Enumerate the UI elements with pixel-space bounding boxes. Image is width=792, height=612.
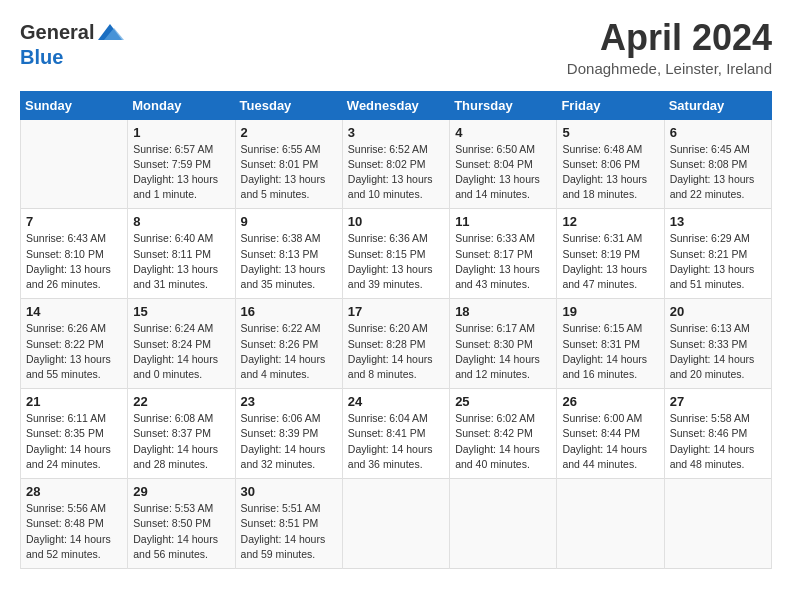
day-info: Sunrise: 6:06 AMSunset: 8:39 PMDaylight:… bbox=[241, 411, 337, 472]
calendar-cell: 10Sunrise: 6:36 AMSunset: 8:15 PMDayligh… bbox=[342, 209, 449, 299]
day-info: Sunrise: 5:53 AMSunset: 8:50 PMDaylight:… bbox=[133, 501, 229, 562]
day-info: Sunrise: 6:17 AMSunset: 8:30 PMDaylight:… bbox=[455, 321, 551, 382]
calendar-cell: 30Sunrise: 5:51 AMSunset: 8:51 PMDayligh… bbox=[235, 479, 342, 569]
calendar-cell: 22Sunrise: 6:08 AMSunset: 8:37 PMDayligh… bbox=[128, 389, 235, 479]
day-info: Sunrise: 6:04 AMSunset: 8:41 PMDaylight:… bbox=[348, 411, 444, 472]
day-info: Sunrise: 6:11 AMSunset: 8:35 PMDaylight:… bbox=[26, 411, 122, 472]
calendar-cell: 4Sunrise: 6:50 AMSunset: 8:04 PMDaylight… bbox=[450, 119, 557, 209]
day-number: 26 bbox=[562, 394, 658, 409]
calendar-cell: 19Sunrise: 6:15 AMSunset: 8:31 PMDayligh… bbox=[557, 299, 664, 389]
calendar-cell: 11Sunrise: 6:33 AMSunset: 8:17 PMDayligh… bbox=[450, 209, 557, 299]
day-info: Sunrise: 5:51 AMSunset: 8:51 PMDaylight:… bbox=[241, 501, 337, 562]
day-number: 4 bbox=[455, 125, 551, 140]
day-info: Sunrise: 6:52 AMSunset: 8:02 PMDaylight:… bbox=[348, 142, 444, 203]
day-number: 22 bbox=[133, 394, 229, 409]
calendar-cell: 9Sunrise: 6:38 AMSunset: 8:13 PMDaylight… bbox=[235, 209, 342, 299]
day-number: 1 bbox=[133, 125, 229, 140]
day-number: 16 bbox=[241, 304, 337, 319]
day-number: 29 bbox=[133, 484, 229, 499]
calendar-cell: 14Sunrise: 6:26 AMSunset: 8:22 PMDayligh… bbox=[21, 299, 128, 389]
calendar-cell: 28Sunrise: 5:56 AMSunset: 8:48 PMDayligh… bbox=[21, 479, 128, 569]
calendar-cell: 29Sunrise: 5:53 AMSunset: 8:50 PMDayligh… bbox=[128, 479, 235, 569]
day-number: 12 bbox=[562, 214, 658, 229]
day-info: Sunrise: 6:20 AMSunset: 8:28 PMDaylight:… bbox=[348, 321, 444, 382]
column-header-saturday: Saturday bbox=[664, 91, 771, 119]
day-info: Sunrise: 6:33 AMSunset: 8:17 PMDaylight:… bbox=[455, 231, 551, 292]
day-info: Sunrise: 6:48 AMSunset: 8:06 PMDaylight:… bbox=[562, 142, 658, 203]
day-number: 28 bbox=[26, 484, 122, 499]
calendar-cell: 20Sunrise: 6:13 AMSunset: 8:33 PMDayligh… bbox=[664, 299, 771, 389]
day-info: Sunrise: 6:00 AMSunset: 8:44 PMDaylight:… bbox=[562, 411, 658, 472]
location: Donaghmede, Leinster, Ireland bbox=[567, 60, 772, 77]
calendar-week-row: 21Sunrise: 6:11 AMSunset: 8:35 PMDayligh… bbox=[21, 389, 772, 479]
day-number: 2 bbox=[241, 125, 337, 140]
day-info: Sunrise: 6:08 AMSunset: 8:37 PMDaylight:… bbox=[133, 411, 229, 472]
logo-blue-text: Blue bbox=[20, 46, 63, 68]
column-header-tuesday: Tuesday bbox=[235, 91, 342, 119]
day-number: 6 bbox=[670, 125, 766, 140]
column-header-sunday: Sunday bbox=[21, 91, 128, 119]
title-block: April 2024 Donaghmede, Leinster, Ireland bbox=[567, 18, 772, 77]
day-number: 5 bbox=[562, 125, 658, 140]
calendar-week-row: 1Sunrise: 6:57 AMSunset: 7:59 PMDaylight… bbox=[21, 119, 772, 209]
day-info: Sunrise: 6:02 AMSunset: 8:42 PMDaylight:… bbox=[455, 411, 551, 472]
day-info: Sunrise: 6:55 AMSunset: 8:01 PMDaylight:… bbox=[241, 142, 337, 203]
calendar-cell: 27Sunrise: 5:58 AMSunset: 8:46 PMDayligh… bbox=[664, 389, 771, 479]
day-info: Sunrise: 6:29 AMSunset: 8:21 PMDaylight:… bbox=[670, 231, 766, 292]
day-info: Sunrise: 6:43 AMSunset: 8:10 PMDaylight:… bbox=[26, 231, 122, 292]
day-info: Sunrise: 6:57 AMSunset: 7:59 PMDaylight:… bbox=[133, 142, 229, 203]
column-header-friday: Friday bbox=[557, 91, 664, 119]
day-number: 18 bbox=[455, 304, 551, 319]
day-number: 27 bbox=[670, 394, 766, 409]
calendar-cell: 24Sunrise: 6:04 AMSunset: 8:41 PMDayligh… bbox=[342, 389, 449, 479]
day-info: Sunrise: 6:26 AMSunset: 8:22 PMDaylight:… bbox=[26, 321, 122, 382]
day-info: Sunrise: 6:50 AMSunset: 8:04 PMDaylight:… bbox=[455, 142, 551, 203]
calendar-cell: 5Sunrise: 6:48 AMSunset: 8:06 PMDaylight… bbox=[557, 119, 664, 209]
day-info: Sunrise: 6:22 AMSunset: 8:26 PMDaylight:… bbox=[241, 321, 337, 382]
calendar-cell: 2Sunrise: 6:55 AMSunset: 8:01 PMDaylight… bbox=[235, 119, 342, 209]
calendar-week-row: 28Sunrise: 5:56 AMSunset: 8:48 PMDayligh… bbox=[21, 479, 772, 569]
calendar-cell: 3Sunrise: 6:52 AMSunset: 8:02 PMDaylight… bbox=[342, 119, 449, 209]
calendar-cell bbox=[664, 479, 771, 569]
calendar-cell: 16Sunrise: 6:22 AMSunset: 8:26 PMDayligh… bbox=[235, 299, 342, 389]
calendar-cell: 23Sunrise: 6:06 AMSunset: 8:39 PMDayligh… bbox=[235, 389, 342, 479]
day-number: 11 bbox=[455, 214, 551, 229]
calendar-cell: 12Sunrise: 6:31 AMSunset: 8:19 PMDayligh… bbox=[557, 209, 664, 299]
day-number: 25 bbox=[455, 394, 551, 409]
logo-general-text: General bbox=[20, 21, 94, 44]
day-number: 3 bbox=[348, 125, 444, 140]
day-number: 13 bbox=[670, 214, 766, 229]
day-info: Sunrise: 6:31 AMSunset: 8:19 PMDaylight:… bbox=[562, 231, 658, 292]
day-number: 23 bbox=[241, 394, 337, 409]
calendar-cell bbox=[21, 119, 128, 209]
calendar-header-row: SundayMondayTuesdayWednesdayThursdayFrid… bbox=[21, 91, 772, 119]
column-header-thursday: Thursday bbox=[450, 91, 557, 119]
day-number: 15 bbox=[133, 304, 229, 319]
calendar-cell bbox=[450, 479, 557, 569]
logo: General Blue bbox=[20, 18, 124, 69]
day-number: 10 bbox=[348, 214, 444, 229]
calendar-cell: 26Sunrise: 6:00 AMSunset: 8:44 PMDayligh… bbox=[557, 389, 664, 479]
calendar-cell bbox=[342, 479, 449, 569]
calendar: SundayMondayTuesdayWednesdayThursdayFrid… bbox=[20, 91, 772, 569]
calendar-cell: 25Sunrise: 6:02 AMSunset: 8:42 PMDayligh… bbox=[450, 389, 557, 479]
day-number: 9 bbox=[241, 214, 337, 229]
day-number: 24 bbox=[348, 394, 444, 409]
day-info: Sunrise: 6:15 AMSunset: 8:31 PMDaylight:… bbox=[562, 321, 658, 382]
day-info: Sunrise: 5:56 AMSunset: 8:48 PMDaylight:… bbox=[26, 501, 122, 562]
logo-icon bbox=[96, 18, 124, 46]
day-number: 20 bbox=[670, 304, 766, 319]
calendar-cell: 17Sunrise: 6:20 AMSunset: 8:28 PMDayligh… bbox=[342, 299, 449, 389]
calendar-cell: 7Sunrise: 6:43 AMSunset: 8:10 PMDaylight… bbox=[21, 209, 128, 299]
day-number: 19 bbox=[562, 304, 658, 319]
day-info: Sunrise: 6:36 AMSunset: 8:15 PMDaylight:… bbox=[348, 231, 444, 292]
day-info: Sunrise: 6:45 AMSunset: 8:08 PMDaylight:… bbox=[670, 142, 766, 203]
day-number: 21 bbox=[26, 394, 122, 409]
month-title: April 2024 bbox=[567, 18, 772, 58]
day-info: Sunrise: 6:24 AMSunset: 8:24 PMDaylight:… bbox=[133, 321, 229, 382]
column-header-monday: Monday bbox=[128, 91, 235, 119]
calendar-week-row: 14Sunrise: 6:26 AMSunset: 8:22 PMDayligh… bbox=[21, 299, 772, 389]
day-info: Sunrise: 6:38 AMSunset: 8:13 PMDaylight:… bbox=[241, 231, 337, 292]
day-info: Sunrise: 6:13 AMSunset: 8:33 PMDaylight:… bbox=[670, 321, 766, 382]
calendar-cell: 13Sunrise: 6:29 AMSunset: 8:21 PMDayligh… bbox=[664, 209, 771, 299]
